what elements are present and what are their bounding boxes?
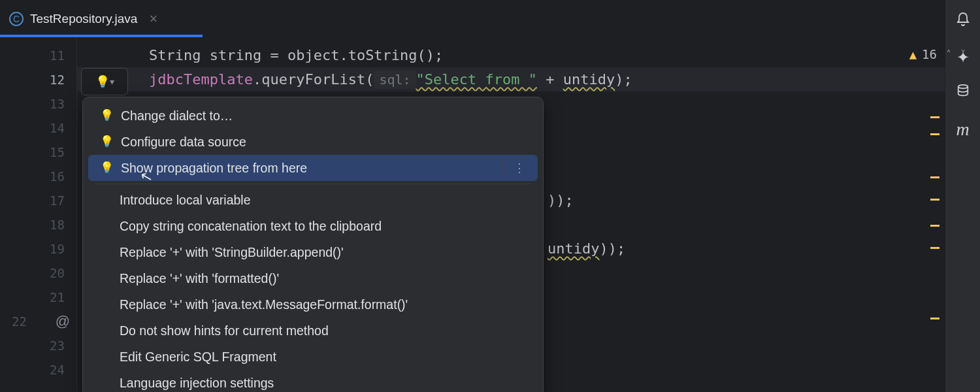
close-icon[interactable]: × — [149, 12, 157, 26]
line-number[interactable]: 22@ — [0, 309, 76, 333]
chevron-down-icon: ▾ — [110, 76, 114, 87]
intention-item-label: Do not show hints for current method — [120, 323, 329, 338]
intention-item-label: Edit Generic SQL Fragment — [120, 350, 276, 365]
warning-marker[interactable] — [930, 176, 939, 178]
intention-item[interactable]: Introduce local variable — [88, 187, 538, 213]
intention-item[interactable]: 💡Show propagation tree from here⋮ — [88, 155, 538, 181]
separator — [95, 184, 531, 184]
intention-item[interactable]: Replace '+' with 'java.text.MessageForma… — [88, 291, 538, 318]
intention-item-label: Language injection settings — [120, 376, 274, 391]
intention-item[interactable]: Language injection settings — [88, 370, 538, 392]
line-number[interactable]: 23 — [0, 333, 76, 357]
active-tab-indicator — [0, 35, 203, 37]
line-number[interactable]: 17 — [0, 188, 76, 212]
notifications-icon[interactable] — [955, 12, 971, 31]
intention-item[interactable]: 💡Configure data source — [88, 129, 538, 155]
line-number[interactable]: 13 — [0, 91, 76, 116]
maven-icon[interactable]: m — [956, 119, 969, 140]
intention-item[interactable]: Do not show hints for current method — [88, 318, 538, 344]
warning-marker[interactable] — [930, 225, 939, 227]
annotation-gutter-icon[interactable]: @ — [56, 313, 70, 330]
line-number[interactable]: 11 — [0, 43, 76, 67]
intention-item-label: Change dialect to… — [121, 108, 233, 123]
chevron-up-icon[interactable]: ˄ — [946, 48, 951, 61]
line-number[interactable]: 16 — [0, 164, 76, 188]
warning-marker[interactable] — [930, 199, 939, 201]
intention-item[interactable]: Replace '+' with 'formatted()' — [88, 265, 538, 291]
more-options-icon[interactable]: ⋮ — [502, 161, 526, 175]
line-number[interactable]: 21 — [0, 285, 76, 309]
line-number[interactable]: 14 — [0, 116, 76, 140]
warning-marker[interactable] — [930, 116, 939, 118]
line-number[interactable]: 20 — [0, 261, 76, 285]
java-class-icon: C — [9, 12, 24, 26]
intention-item-label: Replace '+' with 'StringBuilder.append()… — [120, 245, 344, 260]
intention-item-label: Copy string concatenation text to the cl… — [120, 219, 382, 234]
intention-item[interactable]: 💡Change dialect to… — [88, 103, 538, 129]
lightbulb-icon: 💡 — [100, 162, 112, 174]
intention-item-label: Replace '+' with 'java.text.MessageForma… — [120, 297, 408, 312]
error-stripe[interactable] — [928, 46, 939, 320]
intention-item[interactable]: Copy string concatenation text to the cl… — [88, 213, 538, 239]
intention-actions-popup: 💡Change dialect to…💡Configure data sourc… — [82, 97, 544, 392]
line-number[interactable]: 19 — [0, 237, 76, 261]
warning-marker[interactable] — [930, 133, 939, 135]
intention-item-label: Show propagation tree from here — [121, 161, 307, 176]
tab-filename: TestRepository.java — [30, 12, 137, 26]
svg-point-0 — [958, 85, 968, 89]
warning-marker[interactable] — [930, 318, 939, 319]
line-number[interactable]: 15 — [0, 140, 76, 164]
intention-item-label: Replace '+' with 'formatted()' — [120, 271, 279, 286]
lightbulb-icon: 💡 — [100, 110, 112, 122]
warning-marker[interactable] — [930, 247, 939, 249]
line-number[interactable]: 24 — [0, 357, 76, 382]
editor-tab[interactable]: C TestRepository.java × — [9, 3, 168, 35]
line-number-gutter: 111213141516171819202122@2324 — [0, 38, 77, 392]
intention-item-label: Configure data source — [121, 135, 246, 150]
warning-icon: ▲ — [909, 47, 917, 61]
intention-item-label: Introduce local variable — [120, 193, 251, 208]
intention-item[interactable]: Replace '+' with 'StringBuilder.append()… — [88, 239, 538, 265]
intention-bulb-button[interactable]: 💡 ▾ — [81, 68, 128, 95]
inspection-widget[interactable]: ▲ 16 ˄ ˅ — [909, 47, 966, 61]
code-line-active[interactable]: jdbcTemplate.queryForList( sql: "Select … — [77, 67, 980, 91]
code-line[interactable]: String string = object.toString(); — [77, 43, 980, 67]
database-icon[interactable] — [956, 84, 970, 102]
editor-tab-bar: C TestRepository.java × ⋮ — [0, 0, 980, 38]
warning-count: 16 — [922, 47, 937, 61]
lightbulb-icon: 💡 — [95, 76, 107, 88]
inlay-hint: sql: — [374, 71, 416, 89]
line-number[interactable]: 12 — [0, 67, 76, 91]
line-number[interactable]: 18 — [0, 212, 76, 237]
lightbulb-icon: 💡 — [100, 136, 112, 148]
intention-item[interactable]: Edit Generic SQL Fragment — [88, 344, 538, 370]
chevron-down-icon[interactable]: ˅ — [960, 48, 966, 61]
